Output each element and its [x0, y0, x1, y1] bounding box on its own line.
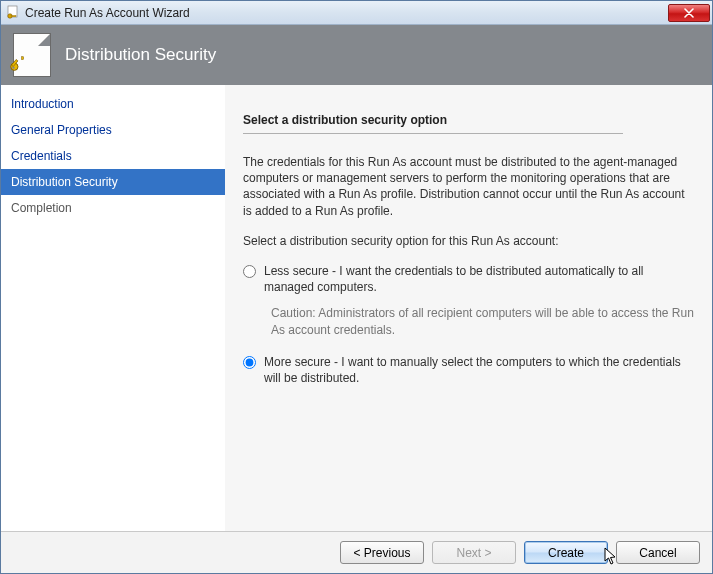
svg-point-4 — [12, 66, 14, 68]
prompt-text: Select a distribution security option fo… — [243, 233, 694, 249]
option-more-secure[interactable]: More secure - I want to manually select … — [243, 354, 694, 386]
sidebar-item-distribution-security[interactable]: Distribution Security — [1, 169, 225, 195]
sidebar-item-general-properties[interactable]: General Properties — [1, 117, 225, 143]
content-heading: Select a distribution security option — [243, 113, 623, 134]
wizard-footer: < Previous Next > Create Cancel — [1, 531, 712, 573]
label-less-secure: Less secure - I want the credentials to … — [264, 263, 694, 295]
svg-rect-6 — [22, 57, 24, 60]
svg-rect-2 — [11, 15, 16, 16]
wizard-content: Select a distribution security option Th… — [225, 85, 712, 531]
wizard-step-title: Distribution Security — [65, 45, 216, 65]
label-more-secure: More secure - I want to manually select … — [264, 354, 694, 386]
wizard-body: Introduction General Properties Credenti… — [1, 85, 712, 531]
intro-text: The credentials for this Run As account … — [243, 154, 694, 219]
create-button[interactable]: Create — [524, 541, 608, 564]
radio-less-secure[interactable] — [243, 265, 256, 278]
window-title: Create Run As Account Wizard — [25, 6, 668, 20]
previous-button[interactable]: < Previous — [340, 541, 424, 564]
wizard-steps-sidebar: Introduction General Properties Credenti… — [1, 85, 225, 531]
app-icon — [5, 5, 21, 21]
sidebar-item-introduction[interactable]: Introduction — [1, 91, 225, 117]
wizard-header: Distribution Security — [1, 25, 712, 85]
close-button[interactable] — [668, 4, 710, 22]
option-less-secure[interactable]: Less secure - I want the credentials to … — [243, 263, 694, 295]
close-icon — [683, 8, 695, 18]
cancel-button[interactable]: Cancel — [616, 541, 700, 564]
title-bar: Create Run As Account Wizard — [1, 1, 712, 25]
page-key-icon — [13, 33, 51, 77]
radio-more-secure[interactable] — [243, 356, 256, 369]
sidebar-item-completion[interactable]: Completion — [1, 195, 225, 221]
next-button: Next > — [432, 541, 516, 564]
sidebar-item-credentials[interactable]: Credentials — [1, 143, 225, 169]
caution-text: Caution: Administrators of all recipient… — [271, 305, 694, 337]
